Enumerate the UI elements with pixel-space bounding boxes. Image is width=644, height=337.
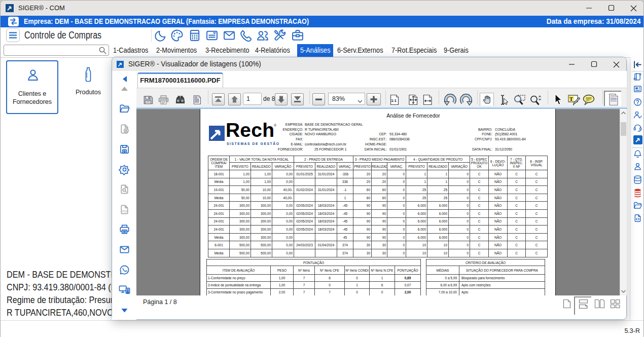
svg-text:PDF: PDF [122, 210, 128, 213]
svg-text:T: T [569, 96, 573, 102]
svg-text:1:1: 1:1 [391, 98, 397, 103]
